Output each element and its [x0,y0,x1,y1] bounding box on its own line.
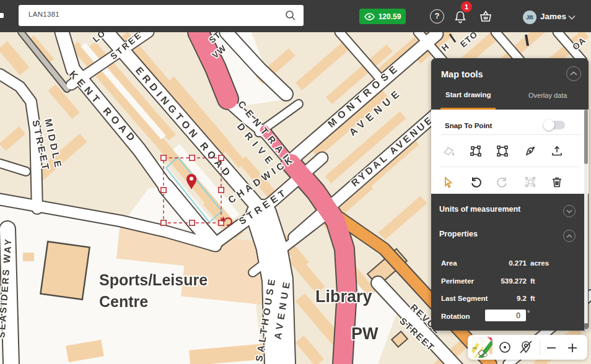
svg-text:Centre: Centre [99,293,148,310]
svg-text:PW: PW [473,347,477,350]
svg-text:PW: PW [351,324,379,343]
svg-text:Library: Library [315,287,372,306]
svg-text:Sports/Leisure: Sports/Leisure [99,271,208,288]
